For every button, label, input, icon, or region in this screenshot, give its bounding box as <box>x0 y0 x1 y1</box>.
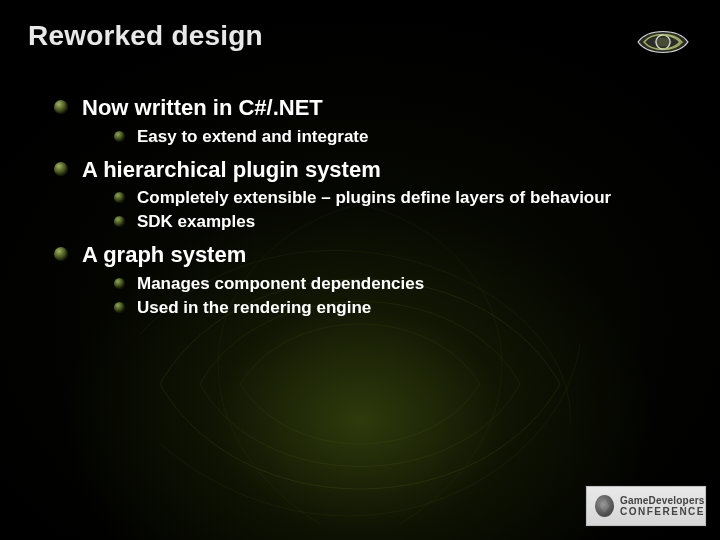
bullet-icon <box>114 192 125 203</box>
bullet-list: Now written in C#/.NET Easy to extend an… <box>54 94 692 319</box>
bullet-icon <box>114 278 125 289</box>
bullet-icon <box>114 131 125 142</box>
sub-bullet-group: Easy to extend and integrate <box>114 126 692 148</box>
bullet-icon <box>114 302 125 313</box>
bullet-icon <box>54 100 68 114</box>
bullet-text: SDK examples <box>137 211 255 233</box>
slide-title: Reworked design <box>28 20 263 52</box>
bullet-icon <box>114 216 125 227</box>
bullet-icon <box>54 162 68 176</box>
gdc-line1: GameDevelopers <box>620 496 705 506</box>
gdc-logo-text: GameDevelopers CONFERENCE <box>620 496 705 517</box>
gdc-line2: CONFERENCE <box>620 507 705 517</box>
bullet-text: Manages component dependencies <box>137 273 424 295</box>
sub-bullet-group: Manages component dependencies Used in t… <box>114 273 692 319</box>
gdc-logo: GameDevelopers CONFERENCE <box>586 486 706 526</box>
bullet-level2: SDK examples <box>114 211 692 233</box>
bullet-level2: Easy to extend and integrate <box>114 126 692 148</box>
bullet-level1: A hierarchical plugin system <box>54 156 692 184</box>
bullet-text: Used in the rendering engine <box>137 297 371 319</box>
bullet-level1: A graph system <box>54 241 692 269</box>
bullet-text: A graph system <box>82 241 246 269</box>
bullet-text: A hierarchical plugin system <box>82 156 381 184</box>
bullet-text: Now written in C#/.NET <box>82 94 323 122</box>
bullet-level2: Completely extensible – plugins define l… <box>114 187 692 209</box>
bullet-icon <box>54 247 68 261</box>
slide: Reworked design Now written in C#/.NET E… <box>0 0 720 540</box>
bullet-level1: Now written in C#/.NET <box>54 94 692 122</box>
gdc-mark-icon <box>595 495 614 517</box>
bullet-text: Completely extensible – plugins define l… <box>137 187 611 209</box>
title-row: Reworked design <box>28 20 692 60</box>
bullet-level2: Used in the rendering engine <box>114 297 692 319</box>
sub-bullet-group: Completely extensible – plugins define l… <box>114 187 692 233</box>
bullet-text: Easy to extend and integrate <box>137 126 368 148</box>
nvidia-eye-icon <box>634 22 692 60</box>
bullet-level2: Manages component dependencies <box>114 273 692 295</box>
